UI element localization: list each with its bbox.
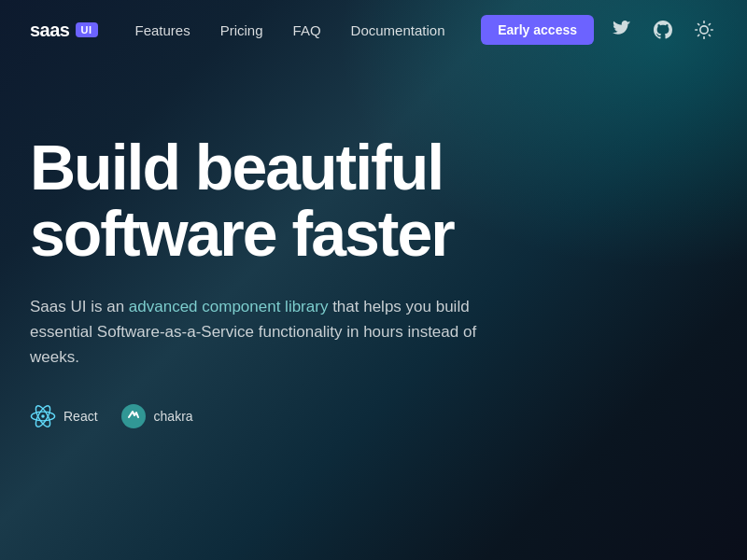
description-before: Saas UI is an [30,298,129,315]
theme-toggle-button[interactable] [691,17,717,43]
react-logo-svg [30,403,56,429]
nav-link-faq[interactable]: FAQ [293,22,321,38]
hero-description: Saas UI is an advanced component library… [30,294,497,371]
logo[interactable]: saas UI [30,20,98,41]
twitter-button[interactable] [609,17,635,43]
nav-link-pricing[interactable]: Pricing [220,22,263,38]
hero-title: Build beautiful software faster [30,134,553,268]
nav-link-documentation[interactable]: Documentation [351,22,445,38]
svg-line-7 [698,35,699,35]
description-highlight: advanced component library [129,298,329,315]
svg-line-8 [709,24,710,25]
chakra-label: chakra [154,409,193,424]
logo-badge: UI [76,22,98,37]
chakra-logo-svg [120,403,147,429]
react-badge: React [30,403,98,429]
github-icon [654,21,672,39]
svg-line-4 [709,35,710,35]
svg-point-12 [41,415,45,419]
navbar: saas UI Features Pricing FAQ Documentati… [0,0,747,60]
nav-links: Features Pricing FAQ Documentation [135,22,474,38]
chakra-icon [120,403,147,429]
svg-point-0 [700,26,708,34]
chakra-badge: chakra [120,403,193,429]
github-button[interactable] [650,17,676,43]
svg-line-3 [698,24,699,25]
theme-icon [695,21,713,39]
twitter-icon [613,21,631,39]
logo-text: saas [30,20,70,41]
nav-actions: Early access [481,15,717,45]
svg-point-13 [121,404,146,428]
tech-badges: React chakra [30,403,717,429]
nav-link-features[interactable]: Features [135,22,190,38]
react-icon [30,403,56,429]
early-access-button[interactable]: Early access [481,15,594,45]
hero-section: Build beautiful software faster Saas UI … [0,60,747,429]
react-label: React [63,409,98,424]
